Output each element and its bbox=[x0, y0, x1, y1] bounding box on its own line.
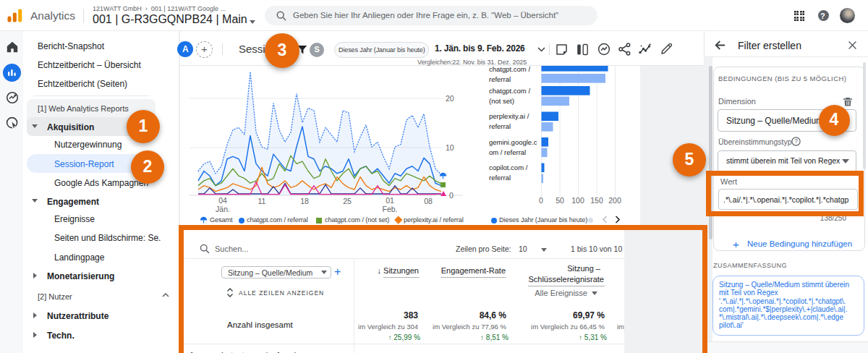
svg-text:?: ? bbox=[794, 137, 798, 145]
